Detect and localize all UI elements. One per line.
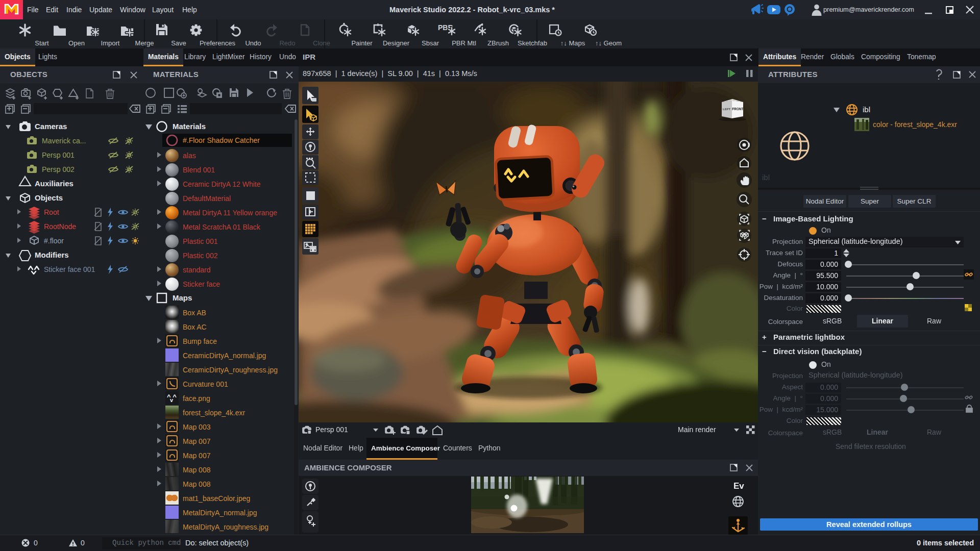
svg-text:FRONT: FRONT xyxy=(732,107,743,111)
svg-text:LEFT: LEFT xyxy=(723,108,730,111)
